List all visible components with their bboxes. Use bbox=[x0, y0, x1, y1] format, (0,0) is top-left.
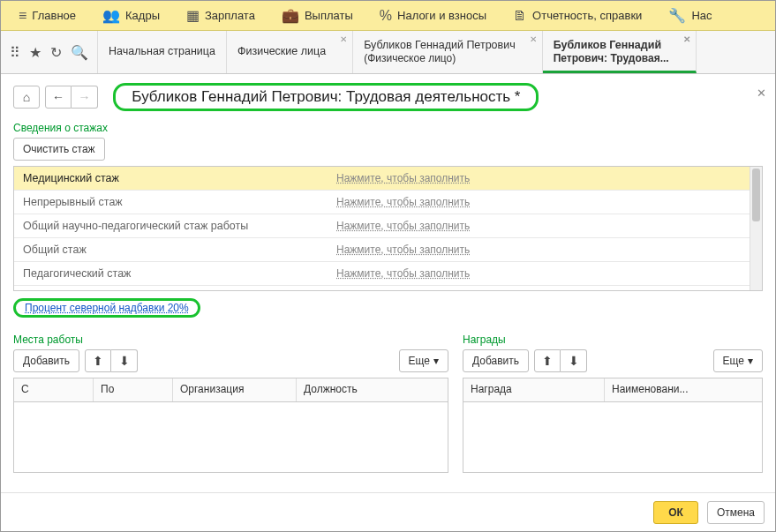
menuitem-reports[interactable]: 🗎 Отчетность, справки bbox=[501, 1, 654, 30]
scrollbar-thumb[interactable] bbox=[752, 169, 760, 221]
page-title: Бубликов Геннадий Петрович: Трудовая дея… bbox=[113, 83, 539, 111]
menuitem-label: Главное bbox=[32, 9, 76, 22]
back-button[interactable]: ← bbox=[45, 86, 72, 109]
tab-label: Начальная страница bbox=[109, 45, 215, 59]
menuitem-label: Кадры bbox=[125, 9, 160, 22]
col-position[interactable]: Должность bbox=[297, 378, 448, 401]
col-to[interactable]: По bbox=[94, 378, 173, 401]
forward-button[interactable]: → bbox=[72, 86, 98, 109]
jobs-column: Места работы Добавить ⬆ ⬇ Еще ▾ С По Орг… bbox=[13, 323, 448, 473]
menuitem-settings[interactable]: 🔧 Нас bbox=[656, 1, 724, 30]
jobs-move-up-button[interactable]: ⬆ bbox=[85, 349, 111, 372]
tab-persons[interactable]: Физические лица ✕ bbox=[227, 31, 353, 73]
stazh-fill-link[interactable]: Нажмите, чтобы заполнить bbox=[336, 244, 470, 256]
star-icon[interactable]: ★ bbox=[29, 44, 41, 61]
home-button[interactable]: ⌂ bbox=[13, 86, 40, 109]
awards-section-title: Награды bbox=[463, 333, 763, 346]
tab-label: Физические лица bbox=[237, 45, 326, 59]
awards-table-header: Награда Наименовани... bbox=[463, 378, 762, 402]
clear-stazh-button[interactable]: Очистить стаж bbox=[13, 138, 105, 161]
percent-icon: % bbox=[380, 8, 392, 24]
col-award[interactable]: Награда bbox=[463, 378, 605, 401]
close-icon[interactable]: ✕ bbox=[683, 34, 690, 46]
jobs-table-header: С По Организация Должность bbox=[14, 378, 448, 402]
jobs-add-button[interactable]: Добавить bbox=[13, 349, 79, 372]
more-label: Еще bbox=[409, 355, 430, 367]
stazh-fill-link[interactable]: Нажмите, чтобы заполнить bbox=[336, 267, 470, 280]
tab-row: ⠿ ★ ↻ 🔍 Начальная страница Физические ли… bbox=[1, 31, 775, 74]
north-bonus-highlight: Процент северной надбавки 20% bbox=[13, 298, 200, 318]
awards-table: Награда Наименовани... bbox=[463, 378, 763, 473]
search-icon[interactable]: 🔍 bbox=[71, 44, 88, 61]
stazh-fill-link[interactable]: Нажмите, чтобы заполнить bbox=[336, 172, 470, 184]
chevron-down-icon: ▾ bbox=[748, 355, 753, 367]
awards-add-button[interactable]: Добавить bbox=[463, 349, 529, 372]
stazh-grid: Медицинский стаж Нажмите, чтобы заполнит… bbox=[13, 166, 763, 291]
menuitem-label: Выплаты bbox=[305, 9, 353, 22]
menuitem-label: Налоги и взносы bbox=[397, 9, 486, 22]
menuitem-hr[interactable]: 👥 Кадры bbox=[90, 1, 172, 30]
main-menu: ≡ Главное 👥 Кадры ▦ Зарплата 💼 Выплаты %… bbox=[1, 1, 775, 31]
stazh-row-label: Общий стаж bbox=[14, 244, 336, 256]
stazh-section-title: Сведения о стажах bbox=[13, 122, 763, 134]
stazh-row-label: Непрерывный стаж bbox=[14, 196, 336, 208]
ok-button[interactable]: ОК bbox=[653, 501, 698, 524]
awards-move-down-button[interactable]: ⬇ bbox=[561, 349, 587, 372]
awards-column: Награды Добавить ⬆ ⬇ Еще ▾ Награда Наиме… bbox=[463, 323, 763, 473]
stazh-row-label: Медицинский стаж bbox=[14, 172, 336, 184]
panel-tools: ⠿ ★ ↻ 🔍 bbox=[1, 31, 98, 73]
jobs-more-button[interactable]: Еще ▾ bbox=[399, 349, 448, 372]
tab-start[interactable]: Начальная страница bbox=[98, 31, 227, 73]
stazh-row-label: Общий научно-педагогический стаж работы bbox=[14, 220, 336, 232]
scrollbar[interactable] bbox=[750, 167, 762, 290]
tab-label: Бубликов Геннадий bbox=[554, 39, 669, 53]
menuitem-label: Нас bbox=[691, 9, 712, 22]
history-icon[interactable]: ↻ bbox=[50, 44, 62, 61]
awards-move-up-button[interactable]: ⬆ bbox=[534, 349, 561, 372]
bottom-bar: ОК Отмена bbox=[1, 492, 775, 531]
jobs-section-title: Места работы bbox=[13, 333, 448, 346]
grid-icon: ▦ bbox=[186, 7, 200, 24]
title-row: ⌂ ← → Бубликов Геннадий Петрович: Трудов… bbox=[13, 83, 763, 111]
cancel-button[interactable]: Отмена bbox=[707, 501, 765, 524]
menuitem-taxes[interactable]: % Налоги и взносы bbox=[367, 1, 499, 30]
north-bonus-link[interactable]: Процент северной надбавки 20% bbox=[25, 302, 189, 314]
tab-person[interactable]: Бубликов Геннадий Петрович (Физическое л… bbox=[353, 31, 543, 73]
stazh-row[interactable]: Медицинский стаж Нажмите, чтобы заполнит… bbox=[14, 167, 762, 191]
tab-sublabel: Петрович: Трудовая... bbox=[554, 52, 669, 65]
apps-icon[interactable]: ⠿ bbox=[10, 44, 20, 61]
stazh-row[interactable]: Непрерывный стаж Нажмите, чтобы заполнит… bbox=[14, 191, 762, 214]
tab-activity[interactable]: Бубликов Геннадий Петрович: Трудовая... … bbox=[543, 31, 697, 73]
menuitem-label: Отчетность, справки bbox=[532, 9, 642, 22]
col-org[interactable]: Организация bbox=[173, 378, 297, 401]
stazh-row-label: Педагогический стаж bbox=[14, 267, 336, 280]
content-area: ⌂ ← → Бубликов Геннадий Петрович: Трудов… bbox=[1, 74, 775, 473]
stazh-row[interactable]: Общий научно-педагогический стаж работы … bbox=[14, 214, 762, 238]
close-icon[interactable]: ✕ bbox=[340, 34, 347, 46]
stazh-row[interactable]: Педагогический стаж Нажмите, чтобы запол… bbox=[14, 262, 762, 286]
document-icon: 🗎 bbox=[513, 8, 527, 24]
menuitem-main[interactable]: ≡ Главное bbox=[6, 1, 88, 30]
close-page-icon[interactable]: ✕ bbox=[757, 86, 766, 100]
chevron-down-icon: ▾ bbox=[433, 355, 439, 367]
stazh-fill-link[interactable]: Нажмите, чтобы заполнить bbox=[336, 196, 470, 208]
col-award-name[interactable]: Наименовани... bbox=[605, 378, 762, 401]
jobs-move-down-button[interactable]: ⬇ bbox=[111, 349, 138, 372]
more-label: Еще bbox=[723, 355, 744, 367]
hamburger-icon: ≡ bbox=[19, 8, 26, 24]
stazh-fill-link[interactable]: Нажмите, чтобы заполнить bbox=[336, 220, 470, 232]
wrench-icon: 🔧 bbox=[668, 7, 686, 24]
tab-sublabel: (Физическое лицо) bbox=[364, 52, 516, 65]
jobs-table: С По Организация Должность bbox=[13, 378, 448, 473]
col-from[interactable]: С bbox=[14, 378, 94, 401]
stazh-row[interactable]: Общий стаж Нажмите, чтобы заполнить bbox=[14, 238, 762, 262]
close-icon[interactable]: ✕ bbox=[530, 34, 537, 46]
tab-label: Бубликов Геннадий Петрович bbox=[364, 39, 516, 53]
awards-more-button[interactable]: Еще ▾ bbox=[713, 349, 763, 372]
menuitem-label: Зарплата bbox=[205, 9, 255, 22]
wallet-icon: 💼 bbox=[282, 7, 299, 24]
people-icon: 👥 bbox=[102, 7, 120, 24]
menuitem-salary[interactable]: ▦ Зарплата bbox=[174, 1, 267, 30]
menuitem-payments[interactable]: 💼 Выплаты bbox=[269, 1, 365, 30]
